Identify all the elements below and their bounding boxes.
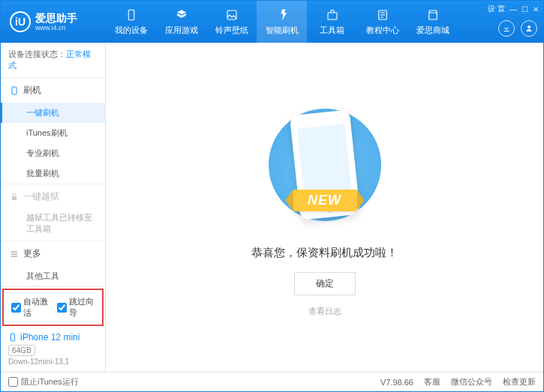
flash-icon — [275, 8, 290, 22]
settings-link[interactable]: 设 置 — [488, 4, 505, 14]
device-icon — [124, 8, 139, 22]
checkbox-row: 自动激活 跳过向导 — [2, 289, 104, 326]
menu-header-jailbreak: 一键越狱 — [1, 184, 105, 209]
svg-rect-0 — [128, 10, 134, 20]
toolbox-icon — [325, 8, 340, 22]
menu-item-flash-1[interactable]: iTunes刷机 — [1, 123, 105, 143]
svg-rect-1 — [227, 10, 236, 19]
user-icon[interactable] — [521, 20, 537, 37]
app-logo-icon: iU — [10, 11, 31, 32]
list-icon — [10, 250, 19, 259]
nav-store[interactable]: 爱思商城 — [407, 1, 458, 43]
version-label: V7.98.66 — [380, 378, 413, 387]
menu-header-more[interactable]: 更多 — [1, 241, 105, 266]
menu-group-jailbreak: 一键越狱 越狱工具已转移至 工具箱 — [1, 184, 105, 241]
lock-icon — [10, 193, 19, 202]
connection-status: 设备连接状态：正常模式 — [1, 43, 105, 78]
nav-device[interactable]: 我的设备 — [106, 1, 156, 43]
app-window: iU 爱思助手 www.i4.cn 我的设备应用游戏铃声壁纸智能刷机工具箱教程中… — [0, 0, 544, 392]
apps-icon — [174, 8, 189, 22]
phone-icon — [10, 86, 19, 95]
device-storage-badge: 64GB — [8, 345, 35, 356]
menu-group-flash: 刷机 一键刷机iTunes刷机专业刷机批量刷机 — [1, 78, 105, 184]
update-link[interactable]: 检查更新 — [503, 376, 536, 388]
titlebar: iU 爱思助手 www.i4.cn 我的设备应用游戏铃声壁纸智能刷机工具箱教程中… — [1, 1, 543, 43]
menu-item-more-0[interactable]: 其他工具 — [1, 266, 105, 286]
view-log-link[interactable]: 查看日志 — [308, 306, 341, 317]
menu-item-flash-2[interactable]: 专业刷机 — [1, 143, 105, 163]
nav-flash[interactable]: 智能刷机 — [257, 1, 307, 43]
new-banner: NEW — [293, 190, 356, 211]
main-content: NEW 恭喜您，保资料刷机成功啦！ 确定 查看日志 — [106, 43, 543, 372]
top-nav: 我的设备应用游戏铃声壁纸智能刷机工具箱教程中心爱思商城 — [106, 1, 543, 43]
nav-apps[interactable]: 应用游戏 — [156, 1, 206, 43]
auto-activate-checkbox[interactable]: 自动激活 — [11, 296, 50, 319]
download-icon[interactable] — [498, 20, 515, 37]
ok-button[interactable]: 确定 — [294, 272, 356, 295]
nav-wallpaper[interactable]: 铃声壁纸 — [206, 1, 257, 43]
device-name-label: iPhone 12 mini — [20, 332, 80, 343]
device-firmware: Down-12mini-13,1 — [8, 358, 98, 366]
tutorial-icon — [375, 8, 390, 22]
sidebar: 设备连接状态：正常模式 刷机 一键刷机iTunes刷机专业刷机批量刷机 一键越狱… — [1, 43, 106, 372]
store-icon — [425, 8, 440, 22]
menu-group-more: 更多 其他工具下载固件高级功能 — [1, 241, 105, 286]
close-button[interactable]: ✕ — [533, 5, 539, 13]
svg-rect-4 — [12, 87, 17, 94]
success-illustration: NEW — [254, 97, 396, 232]
wallpaper-icon — [224, 8, 239, 22]
app-url: www.i4.cn — [35, 25, 77, 31]
svg-rect-2 — [328, 13, 337, 19]
app-title: 爱思助手 — [35, 13, 77, 23]
svg-rect-5 — [11, 334, 15, 341]
service-link[interactable]: 客服 — [424, 376, 440, 388]
menu-item-flash-0[interactable]: 一键刷机 — [1, 103, 105, 123]
minimize-button[interactable]: — — [509, 5, 517, 13]
device-info[interactable]: iPhone 12 mini 64GB Down-12mini-13,1 — [1, 328, 105, 372]
menu-header-flash[interactable]: 刷机 — [1, 78, 105, 103]
device-icon — [8, 333, 17, 342]
maximize-button[interactable]: ☐ — [521, 5, 528, 13]
menu-item-flash-3[interactable]: 批量刷机 — [1, 163, 105, 184]
logo-area: iU 爱思助手 www.i4.cn — [1, 11, 106, 32]
nav-tutorial[interactable]: 教程中心 — [357, 1, 407, 43]
success-message: 恭喜您，保资料刷机成功啦！ — [251, 246, 398, 260]
skip-guide-checkbox[interactable]: 跳过向导 — [57, 296, 95, 319]
statusbar: 阻止iTunes运行 V7.98.66 客服 微信公众号 检查更新 — [1, 372, 543, 391]
jailbreak-note: 越狱工具已转移至 工具箱 — [1, 209, 105, 241]
wechat-link[interactable]: 微信公众号 — [451, 376, 492, 388]
nav-toolbox[interactable]: 工具箱 — [307, 1, 357, 43]
window-controls: 设 置 — ☐ ✕ — [488, 4, 539, 14]
block-itunes-checkbox[interactable]: 阻止iTunes运行 — [8, 376, 79, 388]
